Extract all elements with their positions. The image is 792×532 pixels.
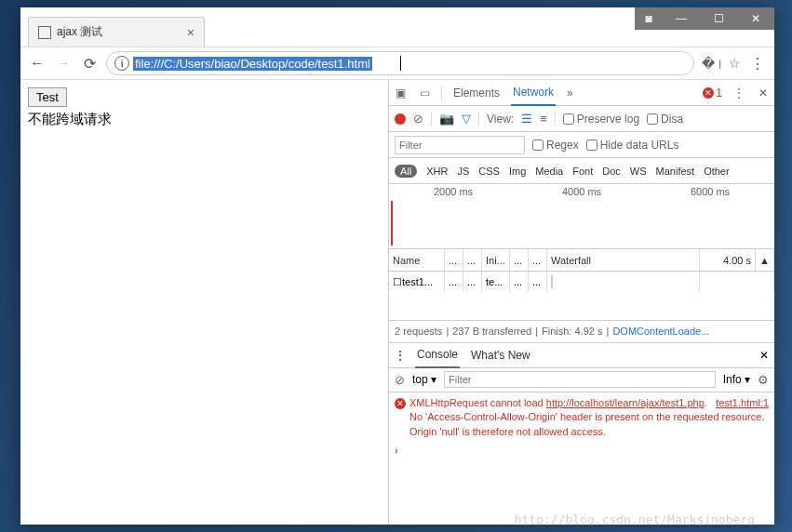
scroll-up-icon[interactable]: ▲ bbox=[756, 249, 774, 271]
timeline-overview[interactable]: 2000 ms 4000 ms 6000 ms bbox=[389, 184, 774, 249]
page-text: 不能跨域请求 bbox=[28, 111, 381, 128]
context-selector[interactable]: top ▾ bbox=[412, 373, 436, 386]
timeline-tick: 4000 ms bbox=[562, 186, 601, 197]
type-xhr[interactable]: XHR bbox=[426, 166, 448, 177]
table-row[interactable]: ☐ test1... ... ... te... ... ... bbox=[389, 272, 774, 292]
content-area: Test 不能跨域请求 ▣ ▭ Elements Network » ✕1 ⋮ … bbox=[20, 80, 774, 525]
col-dots[interactable]: ... bbox=[445, 249, 463, 271]
network-summary: 2 requests | 237 B transferred | Finish:… bbox=[389, 320, 774, 342]
back-button[interactable]: ← bbox=[28, 54, 47, 73]
col-time[interactable]: 4.00 s bbox=[700, 249, 756, 271]
user-icon[interactable]: ◙ bbox=[635, 7, 663, 30]
view-label: View: bbox=[487, 113, 514, 126]
timeline-tick: 2000 ms bbox=[434, 186, 473, 197]
type-all[interactable]: All bbox=[395, 165, 417, 178]
network-toolbar: ⊘ 📷 ▽ View: ☰ ≡ Preserve log Disa bbox=[389, 106, 774, 132]
col-dots[interactable]: ... bbox=[529, 249, 547, 271]
type-css[interactable]: CSS bbox=[478, 166, 500, 177]
browser-window: ajax 测试 × ◙ — ☐ ✕ ← → ⟳ i file:///C:/Use… bbox=[20, 7, 774, 525]
timeline-marker bbox=[391, 201, 393, 246]
error-message: test1.html:1 XMLHttpRequest cannot load … bbox=[409, 396, 769, 439]
error-badge[interactable]: ✕1 bbox=[703, 86, 722, 100]
tab-network[interactable]: Network bbox=[511, 80, 556, 106]
record-button[interactable] bbox=[395, 113, 406, 125]
reload-button[interactable]: ⟳ bbox=[80, 54, 99, 73]
device-icon[interactable]: ▭ bbox=[417, 86, 432, 100]
level-selector[interactable]: Info ▾ bbox=[723, 373, 750, 386]
url-input[interactable]: i file:///C:/Users/biao/Desktop/code/tes… bbox=[106, 51, 694, 75]
titlebar: ajax 测试 × ◙ — ☐ ✕ bbox=[20, 7, 774, 47]
type-img[interactable]: Img bbox=[509, 166, 526, 177]
page-icon bbox=[38, 26, 51, 39]
clear-icon[interactable]: ⊘ bbox=[413, 112, 423, 126]
request-type-filter: All XHR JS CSS Img Media Font Doc WS Man… bbox=[389, 158, 774, 184]
preserve-log-checkbox[interactable]: Preserve log bbox=[563, 113, 639, 126]
tab-whatsnew[interactable]: What's New bbox=[469, 343, 532, 367]
clear-console-icon[interactable]: ⊘ bbox=[395, 373, 405, 387]
type-other[interactable]: Other bbox=[704, 166, 730, 177]
tab-elements[interactable]: Elements bbox=[451, 81, 502, 105]
cell-name: ☐ test1... bbox=[389, 272, 445, 292]
requests-table-header: Name ... ... Ini... ... ... Waterfall 4.… bbox=[389, 249, 774, 272]
timeline-tick: 6000 ms bbox=[691, 186, 730, 197]
console-filter-input[interactable] bbox=[444, 371, 716, 388]
filter-row: Regex Hide data URLs bbox=[389, 132, 774, 158]
console-prompt[interactable]: › bbox=[395, 445, 769, 456]
type-doc[interactable]: Doc bbox=[602, 166, 621, 177]
type-media[interactable]: Media bbox=[535, 166, 563, 177]
test-button[interactable]: Test bbox=[28, 87, 67, 107]
col-waterfall[interactable]: Waterfall bbox=[547, 249, 700, 271]
devtools-menu-icon[interactable]: ⋮ bbox=[732, 86, 746, 100]
filter-icon[interactable]: ▽ bbox=[462, 112, 471, 126]
network-filter-input[interactable] bbox=[395, 136, 525, 154]
bookmark-icon[interactable]: ☆ bbox=[729, 56, 741, 71]
col-dots[interactable]: ... bbox=[463, 249, 482, 271]
col-initiator[interactable]: Ini... bbox=[482, 249, 510, 271]
address-bar: ← → ⟳ i file:///C:/Users/biao/Desktop/co… bbox=[20, 47, 774, 80]
menu-icon[interactable]: ⋮ bbox=[748, 54, 767, 73]
console-output: ✕ test1.html:1 XMLHttpRequest cannot loa… bbox=[389, 392, 774, 459]
disable-cache-checkbox[interactable]: Disa bbox=[647, 113, 683, 126]
type-manifest[interactable]: Manifest bbox=[656, 166, 695, 177]
url-text: file:///C:/Users/biao/Desktop/code/test1… bbox=[133, 57, 372, 71]
inspect-icon[interactable]: ▣ bbox=[393, 86, 408, 100]
forward-button[interactable]: → bbox=[54, 54, 73, 73]
console-error-row[interactable]: ✕ test1.html:1 XMLHttpRequest cannot loa… bbox=[395, 396, 769, 439]
hide-data-urls-checkbox[interactable]: Hide data URLs bbox=[586, 139, 679, 152]
close-tab-icon[interactable]: × bbox=[187, 25, 195, 40]
cell-initiator: te... bbox=[482, 272, 510, 292]
type-ws[interactable]: WS bbox=[630, 166, 647, 177]
console-toolbar: ⊘ top ▾ Info ▾ ⚙ bbox=[389, 368, 774, 392]
drawer-menu-icon[interactable]: ⋮ bbox=[395, 349, 406, 362]
maximize-button[interactable]: ☐ bbox=[700, 7, 737, 30]
col-name[interactable]: Name bbox=[389, 249, 445, 271]
devtools-panel: ▣ ▭ Elements Network » ✕1 ⋮ ✕ ⊘ 📷 ▽ View… bbox=[388, 80, 774, 525]
type-font[interactable]: Font bbox=[572, 166, 593, 177]
tab-title: ajax 测试 bbox=[57, 24, 187, 40]
capture-icon[interactable]: 📷 bbox=[439, 112, 454, 126]
translate-icon[interactable]: �। bbox=[702, 56, 723, 72]
text-cursor bbox=[400, 56, 401, 71]
tab-console[interactable]: Console bbox=[415, 342, 460, 368]
col-dots[interactable]: ... bbox=[510, 249, 529, 271]
window-controls: ◙ — ☐ ✕ bbox=[635, 7, 774, 30]
close-button[interactable]: ✕ bbox=[737, 7, 774, 30]
page-viewport: Test 不能跨域请求 bbox=[20, 80, 388, 525]
settings-icon[interactable]: ⚙ bbox=[758, 373, 769, 387]
regex-checkbox[interactable]: Regex bbox=[532, 139, 579, 152]
drawer-tabs: ⋮ Console What's New ✕ bbox=[389, 342, 774, 368]
devtools-tabs: ▣ ▭ Elements Network » ✕1 ⋮ ✕ bbox=[389, 80, 774, 106]
error-icon: ✕ bbox=[395, 398, 406, 409]
tab-more-icon[interactable]: » bbox=[565, 81, 575, 105]
browser-tab[interactable]: ajax 测试 × bbox=[28, 17, 205, 47]
minimize-button[interactable]: — bbox=[663, 7, 700, 30]
view-list-icon[interactable]: ☰ bbox=[521, 112, 532, 126]
info-icon[interactable]: i bbox=[114, 56, 129, 71]
devtools-close-icon[interactable]: ✕ bbox=[756, 86, 771, 100]
watermark: http://blog.csdn.net/Marksinoberg bbox=[515, 512, 755, 526]
view-frame-icon[interactable]: ≡ bbox=[540, 112, 547, 126]
drawer-close-icon[interactable]: ✕ bbox=[759, 349, 769, 362]
type-js[interactable]: JS bbox=[457, 166, 469, 177]
